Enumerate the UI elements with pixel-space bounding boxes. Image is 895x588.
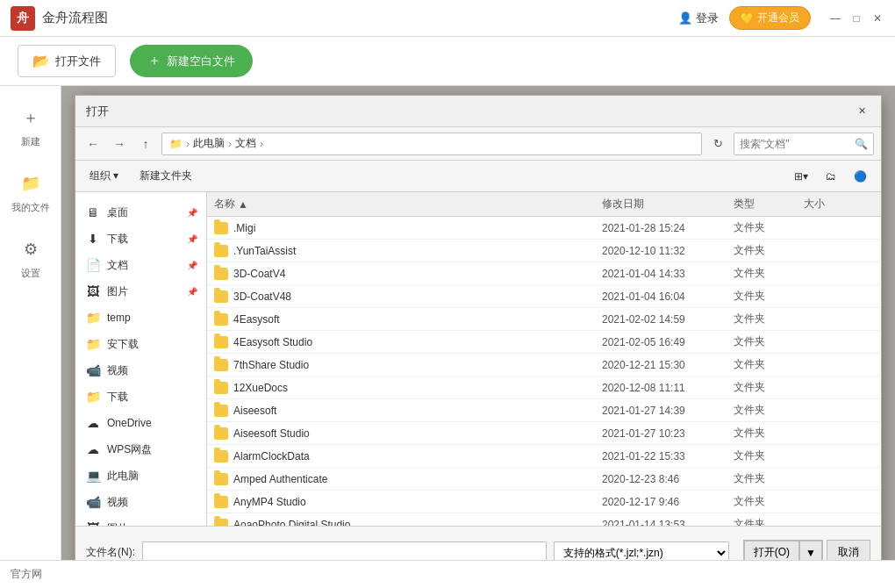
nav-item-pc[interactable]: 💻 此电脑 [75, 463, 206, 489]
video-icon: 📹 [84, 362, 102, 379]
dialog-title-bar: 打开 ✕ [75, 96, 881, 127]
file-type: 文件夹 [734, 517, 804, 526]
file-type: 文件夹 [734, 426, 804, 441]
file-date: 2021-01-04 16:04 [602, 290, 734, 303]
action-buttons: 打开(O) ▼ 取消 [743, 540, 870, 560]
folder-icon: 📁 [17, 169, 45, 197]
refresh-button[interactable]: ↻ [707, 133, 728, 154]
video2-icon: 📹 [84, 493, 102, 511]
nav-item-pic2[interactable]: 🖼 图片 [75, 515, 206, 526]
folder-icon-small [214, 382, 228, 394]
file-row[interactable]: Aiseesoft 2021-01-27 14:39 文件夹 [207, 399, 881, 422]
forward-button[interactable]: → [109, 133, 130, 154]
file-date: 2021-01-28 15:24 [602, 222, 734, 234]
folder-icon-small [214, 359, 228, 371]
folder-icon-small [214, 519, 228, 527]
open-dropdown-button[interactable]: ▼ [799, 541, 822, 560]
nav-item-pictures[interactable]: 🖼 图片 📌 [75, 278, 206, 305]
file-type: 文件夹 [734, 380, 804, 395]
nav-item-dl2[interactable]: 📁 下载 [75, 384, 206, 410]
back-button[interactable]: ← [82, 133, 104, 154]
login-button[interactable]: 👤 登录 [678, 11, 719, 26]
window-buttons: — □ ✕ [828, 11, 884, 25]
col-date[interactable]: 修改日期 [602, 197, 734, 212]
file-row[interactable]: Aiseesoft Studio 2021-01-27 10:23 文件夹 [207, 422, 881, 445]
address-path[interactable]: 📁 › 此电脑 › 文档 › [161, 133, 702, 155]
file-type: 文件夹 [734, 403, 804, 418]
sidebar-item-new[interactable]: ＋ 新建 [17, 104, 45, 148]
filename-input[interactable] [142, 541, 547, 561]
nav-item-downloads[interactable]: ⬇ 下载 📌 [75, 226, 206, 252]
file-row[interactable]: 4Easysoft Studio 2021-02-05 16:49 文件夹 [207, 331, 881, 354]
status-bar: 官方网 [0, 560, 895, 588]
file-name: 4Easysoft Studio [214, 336, 602, 348]
nav-item-wps[interactable]: ☁ WPS网盘 [75, 436, 206, 463]
nav-item-video[interactable]: 📹 视频 [75, 357, 206, 384]
file-row[interactable]: 4Easysoft 2021-02-02 14:59 文件夹 [207, 308, 881, 331]
open-icon: 📂 [32, 53, 50, 69]
folder-icon-small [214, 496, 228, 508]
dialog-title: 打开 [86, 104, 853, 119]
vip-button[interactable]: 💛 开通会员 [729, 6, 811, 30]
sort-icon: ▲ [238, 198, 248, 211]
preview-button[interactable]: 🗂 [819, 168, 843, 185]
close-button[interactable]: ✕ [870, 11, 884, 25]
file-row[interactable]: Amped Authenticate 2020-12-23 8:46 文件夹 [207, 468, 881, 491]
open-dialog: 打开 ✕ ← → ↑ 📁 › 此电脑 › [75, 95, 882, 560]
file-date: 2021-01-04 14:33 [602, 268, 734, 280]
file-row[interactable]: 3D-CoatV48 2021-01-04 16:04 文件夹 [207, 285, 881, 308]
file-type: 文件夹 [734, 448, 804, 463]
minimize-button[interactable]: — [828, 11, 842, 25]
organize-button[interactable]: 组织 ▾ [82, 166, 125, 186]
nav-item-temp[interactable]: 📁 temp [75, 305, 206, 331]
restore-button[interactable]: □ [849, 11, 863, 25]
gear-icon: ⚙ [17, 235, 45, 263]
file-row[interactable]: AoaoPhoto Digital Studio 2021-01-14 13:5… [207, 513, 881, 526]
sidebar-item-settings[interactable]: ⚙ 设置 [17, 235, 45, 280]
file-type: 文件夹 [734, 220, 804, 235]
new-icon: ＋ [17, 104, 45, 132]
file-row[interactable]: 3D-CoatV4 2021-01-04 14:33 文件夹 [207, 262, 881, 285]
file-date: 2021-02-05 16:49 [602, 336, 734, 348]
file-row[interactable]: AnyMP4 Studio 2020-12-17 9:46 文件夹 [207, 491, 881, 513]
col-type[interactable]: 类型 [734, 197, 804, 212]
app-toolbar: 📂 打开文件 ＋ 新建空白文件 [0, 37, 895, 86]
open-button[interactable]: 打开(O) [744, 541, 799, 560]
view-toggle-button[interactable]: ⊞▾ [787, 168, 815, 185]
file-row[interactable]: AlarmClockData 2021-01-22 15:33 文件夹 [207, 445, 881, 468]
dialog-close-button[interactable]: ✕ [853, 103, 870, 120]
file-name: 3D-CoatV4 [214, 268, 602, 280]
status-text: 官方网 [11, 567, 42, 582]
sidebar: ＋ 新建 📁 我的文件 ⚙ 设置 [0, 86, 61, 560]
file-row[interactable]: .YunTaiAssist 2020-12-10 11:32 文件夹 [207, 240, 881, 262]
file-header: 名称 ▲ 修改日期 类型 大小 [207, 192, 881, 217]
docs-icon: 📄 [84, 256, 102, 274]
new-file-button[interactable]: ＋ 新建空白文件 [130, 45, 253, 77]
open-file-button[interactable]: 📂 打开文件 [18, 45, 116, 77]
new-folder-button[interactable]: 新建文件夹 [132, 166, 199, 186]
nav-item-desktop[interactable]: 🖥 桌面 📌 [75, 199, 206, 226]
cancel-button[interactable]: 取消 [827, 540, 870, 560]
wps-icon: ☁ [84, 441, 102, 458]
up-button[interactable]: ↑ [135, 133, 156, 154]
info-button[interactable]: 🔵 [847, 168, 874, 185]
filetype-select[interactable]: 支持的格式(*.jzl;*.jzn) [554, 541, 729, 561]
file-date: 2021-02-02 14:59 [602, 313, 734, 326]
file-row[interactable]: 12XueDocs 2020-12-08 11:11 文件夹 [207, 376, 881, 399]
dialog-overlay: 打开 ✕ ← → ↑ 📁 › 此电脑 › [61, 86, 895, 560]
file-row[interactable]: 7thShare Studio 2020-12-21 15:30 文件夹 [207, 354, 881, 376]
main-content: ＋ 新建 📁 我的文件 ⚙ 设置 打开 ✕ [0, 86, 895, 560]
file-row[interactable]: .Migi 2021-01-28 15:24 文件夹 [207, 217, 881, 240]
nav-item-docs[interactable]: 📄 文档 📌 [75, 252, 206, 278]
nav-item-anload[interactable]: 📁 安下载 [75, 331, 206, 357]
search-input[interactable] [740, 138, 855, 150]
col-name[interactable]: 名称 ▲ [214, 197, 602, 212]
title-actions: 👤 登录 💛 开通会员 — □ ✕ [678, 6, 884, 30]
nav-item-video2[interactable]: 📹 视频 [75, 489, 206, 515]
file-panel: 名称 ▲ 修改日期 类型 大小 [207, 192, 881, 526]
folder-icon-small [214, 405, 228, 417]
nav-item-onedrive[interactable]: ☁ OneDrive [75, 410, 206, 436]
sidebar-item-myfiles[interactable]: 📁 我的文件 [11, 169, 50, 214]
col-size[interactable]: 大小 [804, 197, 874, 212]
file-type: 文件夹 [734, 471, 804, 486]
